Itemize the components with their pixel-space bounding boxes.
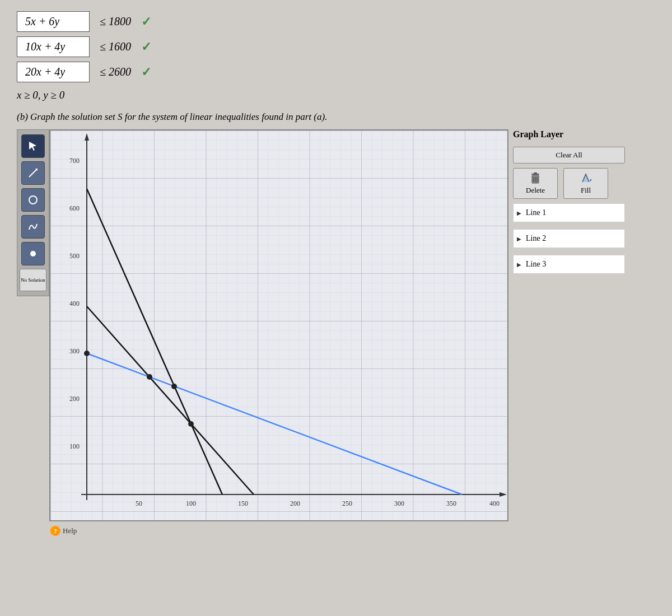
graph-canvas: 100 200 300 400 500 600 700 50 100 150 2… — [49, 129, 508, 521]
delete-label: Delete — [526, 186, 545, 195]
svg-text:350: 350 — [446, 500, 456, 507]
action-row: Delete Fill — [513, 168, 625, 199]
svg-text:600: 600 — [69, 204, 80, 212]
constraint-row-3: 20x + 4y ≤ 2600 ✓ — [17, 62, 655, 82]
help-icon: ? — [50, 526, 60, 536]
constraint-lhs-2: 10x + 4y — [17, 36, 90, 57]
graph-layer-title: Graph Layer — [513, 129, 625, 139]
help-label: Help — [63, 526, 77, 535]
svg-rect-33 — [531, 174, 539, 175]
graph-point-1 — [84, 351, 90, 356]
check-icon-2: ✓ — [141, 40, 151, 54]
point-tool-button[interactable] — [21, 242, 45, 265]
svg-text:50: 50 — [136, 500, 142, 507]
constraint-row-2: 10x + 4y ≤ 1600 ✓ — [17, 36, 655, 57]
layer-arrow-2: ▶ — [517, 236, 521, 242]
svg-rect-13 — [50, 130, 508, 521]
non-negative-constraint: x ≥ 0, y ≥ 0 — [17, 89, 655, 101]
svg-text:500: 500 — [69, 252, 80, 260]
constraint-lhs-3: 20x + 4y — [17, 62, 90, 82]
no-solution-button[interactable]: No Solution — [20, 269, 46, 291]
svg-marker-0 — [29, 142, 36, 151]
delete-button[interactable]: Delete — [513, 168, 558, 199]
graph-intersection-23 — [188, 421, 194, 427]
svg-text:400: 400 — [69, 300, 80, 307]
svg-rect-34 — [534, 172, 537, 174]
layer-label-3: Line 3 — [526, 260, 546, 269]
clear-all-button[interactable]: Clear All — [513, 147, 625, 164]
help-link[interactable]: ? Help — [50, 526, 655, 536]
right-panel: Graph Layer Clear All Delete — [513, 129, 625, 276]
part-b-label: (b) Graph the solution set S for the sys… — [17, 111, 655, 123]
svg-text:100: 100 — [69, 442, 80, 450]
svg-text:700: 700 — [69, 157, 80, 165]
layer-label-1: Line 1 — [526, 208, 546, 217]
check-icon-1: ✓ — [141, 15, 151, 29]
svg-text:100: 100 — [186, 500, 196, 507]
curve-tool-button[interactable] — [21, 215, 45, 239]
graph-area: No Solution — [17, 129, 655, 521]
graph-svg: 100 200 300 400 500 600 700 50 100 150 2… — [50, 130, 508, 521]
constraint-sign-1: ≤ 1800 — [100, 15, 131, 28]
layer-label-2: Line 2 — [526, 234, 546, 243]
trash-icon — [529, 172, 542, 184]
page-container: 5x + 6y ≤ 1800 ✓ 10x + 4y ≤ 1600 ✓ 20x +… — [0, 0, 672, 547]
svg-text:200: 200 — [69, 395, 80, 403]
svg-point-4 — [30, 251, 36, 256]
svg-text:250: 250 — [342, 500, 352, 507]
constraint-sign-3: ≤ 2600 — [100, 66, 131, 78]
svg-line-1 — [29, 169, 37, 177]
svg-text:400: 400 — [489, 500, 500, 507]
layer-item-line3[interactable]: ▶ Line 3 — [513, 255, 625, 274]
line-tool-button[interactable] — [21, 161, 45, 185]
layer-arrow-3: ▶ — [517, 262, 521, 268]
svg-text:300: 300 — [69, 347, 80, 355]
svg-text:150: 150 — [238, 500, 248, 507]
layer-item-line1[interactable]: ▶ Line 1 — [513, 203, 625, 222]
svg-text:300: 300 — [394, 500, 404, 507]
constraints-section: 5x + 6y ≤ 1800 ✓ 10x + 4y ≤ 1600 ✓ 20x +… — [17, 11, 655, 101]
fill-button[interactable]: Fill — [563, 168, 608, 199]
layer-arrow-1: ▶ — [517, 210, 521, 216]
svg-text:200: 200 — [290, 500, 300, 507]
fill-icon — [580, 172, 592, 184]
layer-item-line2[interactable]: ▶ Line 2 — [513, 229, 625, 248]
circle-tool-button[interactable] — [21, 188, 45, 212]
constraint-row-1: 5x + 6y ≤ 1800 ✓ — [17, 11, 655, 32]
graph-intersection-12 — [147, 374, 152, 380]
fill-label: Fill — [581, 186, 591, 195]
check-icon-3: ✓ — [141, 65, 151, 80]
select-tool-button[interactable] — [21, 134, 45, 158]
toolbar: No Solution — [17, 129, 49, 296]
constraint-sign-2: ≤ 1600 — [100, 40, 131, 53]
svg-point-3 — [29, 196, 37, 204]
constraint-lhs-1: 5x + 6y — [17, 11, 90, 32]
graph-intersection-13 — [171, 384, 177, 389]
